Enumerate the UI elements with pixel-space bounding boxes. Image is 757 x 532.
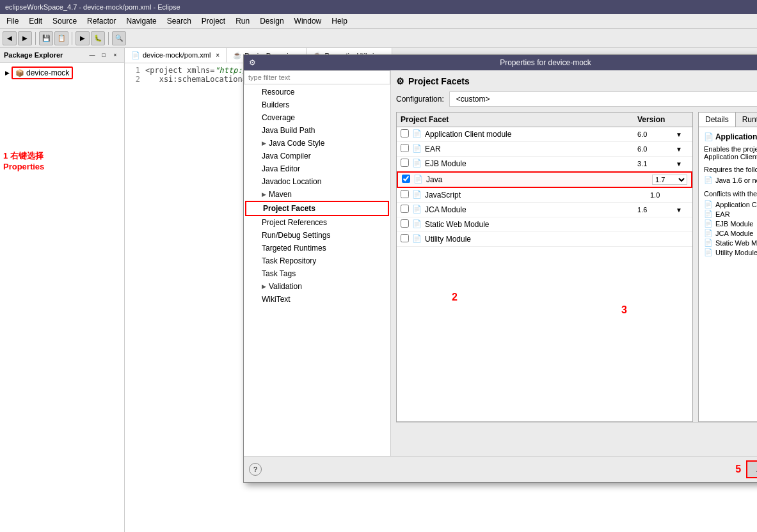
editor-area: 📄 device-mock/pom.xml × ☕ DeviceDemo.jav… <box>125 48 757 532</box>
facet-ejb-check[interactable] <box>401 159 409 167</box>
menu-refactor[interactable]: Refactor <box>83 15 120 27</box>
step2-annotation: 2 <box>452 292 458 303</box>
tree-java-editor[interactable]: Java Editor <box>245 162 389 175</box>
facet-jca-icon: 📄 <box>412 205 422 215</box>
validation-label: Validation <box>269 282 302 291</box>
toolbar-sep-3 <box>108 32 109 45</box>
toolbar-debug[interactable]: 🐛 <box>91 31 105 45</box>
facet-utility-icon: 📄 <box>412 234 422 244</box>
project-facets-label: Project Facets <box>263 204 315 213</box>
javadoc-label: Javadoc Location <box>262 177 321 186</box>
menu-help[interactable]: Help <box>328 15 351 27</box>
details-title: 📄 Application Client module 6.0 <box>704 132 757 141</box>
details-tab-details[interactable]: Details <box>699 113 736 127</box>
toolbar-sep-1 <box>35 32 36 45</box>
java-compiler-label: Java Compiler <box>262 152 311 160</box>
tree-javadoc[interactable]: Javadoc Location <box>245 175 389 188</box>
tab-pom-xml[interactable]: 📄 device-mock/pom.xml × <box>125 48 227 63</box>
conflict-ear-icon: 📄 <box>704 210 713 218</box>
tree-run-debug[interactable]: Run/Debug Settings <box>245 229 389 242</box>
facet-app-client-dropdown[interactable]: ▼ <box>676 131 689 138</box>
details-title-text: Application Client module 6.0 <box>715 132 757 141</box>
tree-project-references[interactable]: Project References <box>245 216 389 229</box>
step3-annotation: 3 <box>621 304 627 316</box>
tree-task-repository[interactable]: Task Repository <box>245 254 389 267</box>
toolbar-back[interactable]: ◀ <box>3 31 17 45</box>
tree-project-facets[interactable]: Project Facets <box>245 201 389 216</box>
tree-targeted-runtimes[interactable]: Targeted Runtimes <box>245 242 389 254</box>
tree-java-code-style[interactable]: ▶Java Code Style <box>245 137 389 150</box>
toolbar-forward[interactable]: ▶ <box>18 31 32 45</box>
tree-coverage[interactable]: Coverage <box>245 111 389 124</box>
tree-list: Resource Builders Coverage Java Build Pa… <box>244 84 390 456</box>
conflict-static-icon: 📄 <box>704 239 713 247</box>
main-layout: Package Explorer — □ × ▶ 📦 device-mock 1… <box>0 48 757 532</box>
facet-jca-check[interactable] <box>401 205 409 213</box>
minimize-icon[interactable]: — <box>87 50 97 60</box>
tree-resource[interactable]: Resource <box>245 86 389 98</box>
requires-java: Java 1.6 or newer <box>715 176 757 184</box>
step1b-text: Properties <box>3 162 44 171</box>
builders-label: Builders <box>262 100 289 109</box>
bottom-buttons: 5 Apply and Close Cancel <box>735 460 757 478</box>
close-tab-icon[interactable]: × <box>216 52 219 59</box>
toolbar-search[interactable]: 🔍 <box>112 31 126 45</box>
menu-project[interactable]: Project <box>198 15 229 27</box>
wikitext-label: WikiText <box>262 295 291 304</box>
facet-java-version[interactable]: 1.7 1.6 1.8 <box>652 175 687 185</box>
facet-java-check[interactable] <box>402 175 410 183</box>
facet-jca-version: 1.6 <box>637 206 676 214</box>
facet-jca-dropdown[interactable]: ▼ <box>676 207 689 214</box>
facet-app-client: 📄 Application Client module 6.0 ▼ <box>397 127 692 142</box>
device-mock-item[interactable]: ▶ 📦 device-mock <box>3 65 122 81</box>
tree-builders[interactable]: Builders <box>245 98 389 111</box>
properties-dialog[interactable]: ⚙ Properties for device-mock — □ × Resou… <box>243 54 757 483</box>
tree-java-compiler[interactable]: Java Compiler <box>245 150 389 162</box>
conflicts-item-ejb: 📄 EJB Module <box>704 219 757 228</box>
maximize-icon[interactable]: □ <box>99 50 109 60</box>
menu-run[interactable]: Run <box>232 15 253 27</box>
java-build-path-label: Java Build Path <box>262 126 315 135</box>
menu-window[interactable]: Window <box>291 15 326 27</box>
tree-task-tags[interactable]: Task Tags <box>245 267 389 280</box>
details-tab-runtimes[interactable]: Runtimes <box>736 113 757 127</box>
toolbar-save[interactable]: 💾 <box>39 31 53 45</box>
conflict-app-icon: 📄 <box>704 200 713 208</box>
toolbar-sep-2 <box>72 32 72 45</box>
menu-edit[interactable]: Edit <box>25 15 46 27</box>
facet-ear-check[interactable] <box>401 144 409 152</box>
facet-ear: 📄 EAR 6.0 ▼ <box>397 142 692 157</box>
facet-static-check[interactable] <box>401 219 409 228</box>
facet-js-check[interactable] <box>401 190 409 198</box>
close-icon[interactable]: × <box>110 50 120 60</box>
tree-wikitext[interactable]: WikiText <box>245 293 389 306</box>
tree-validation[interactable]: ▶Validation <box>245 280 389 293</box>
facet-ear-dropdown[interactable]: ▼ <box>676 146 689 153</box>
package-explorer-header: Package Explorer — □ × <box>0 48 124 63</box>
col-header-version: Version <box>637 115 689 124</box>
toolbar-run[interactable]: ▶ <box>76 31 90 45</box>
config-select[interactable]: <custom> <box>449 91 757 107</box>
facet-ear-icon: 📄 <box>412 144 422 154</box>
menu-file[interactable]: File <box>3 15 22 27</box>
help-icon[interactable]: ? <box>249 463 262 476</box>
config-label: Configuration: <box>396 95 444 104</box>
menu-search[interactable]: Search <box>163 15 195 27</box>
menu-navigate[interactable]: Navigate <box>122 15 160 27</box>
tree-maven[interactable]: ▶Maven <box>245 188 389 201</box>
facet-app-client-check[interactable] <box>401 129 409 137</box>
facet-ejb-dropdown[interactable]: ▼ <box>676 160 689 168</box>
facet-java-icon: 📄 <box>413 175 424 185</box>
tree-java-build-path[interactable]: Java Build Path <box>245 124 389 137</box>
toolbar-save-all[interactable]: 📋 <box>54 31 68 45</box>
panel-title-text: Project Facets <box>408 76 470 86</box>
task-repository-label: Task Repository <box>262 256 316 265</box>
conflict-ejb-icon: 📄 <box>704 219 713 228</box>
menu-source[interactable]: Source <box>49 15 81 27</box>
java-code-style-arrow: ▶ <box>262 140 266 146</box>
filter-input[interactable] <box>244 70 390 84</box>
menu-design[interactable]: Design <box>256 15 287 27</box>
apply-close-button[interactable]: Apply and Close <box>746 460 757 478</box>
facet-utility-check[interactable] <box>401 234 409 242</box>
facet-javascript: 📄 JavaScript 1.0 <box>397 188 692 203</box>
